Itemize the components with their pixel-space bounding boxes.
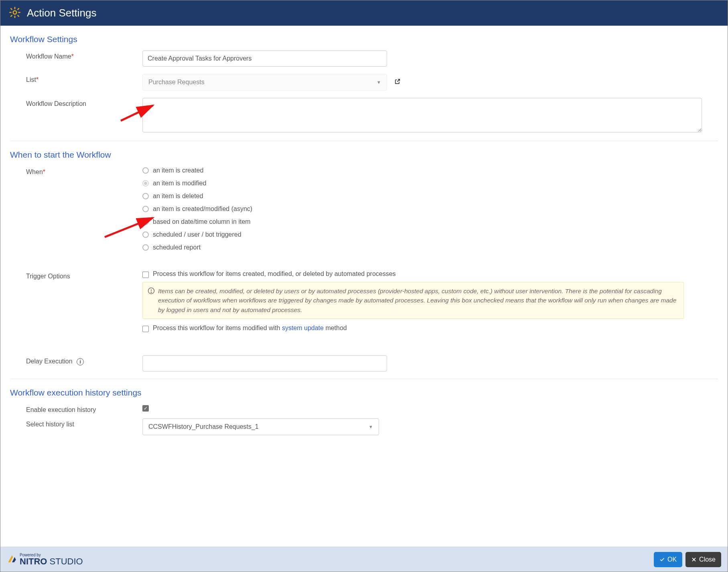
dialog-body: Workflow Settings Workflow Name* List* P… [0,26,728,480]
radio-icon [142,167,149,174]
when-radio-3[interactable]: an item is created/modified (async) [142,205,718,213]
chevron-down-icon: ▼ [377,80,381,85]
radio-label: scheduled / user / bot triggered [153,231,241,238]
radio-icon [142,231,149,238]
chevron-down-icon: ▼ [369,424,373,429]
info-icon[interactable]: i [77,358,84,365]
warning-text: Items can be created, modified, or delet… [158,286,679,314]
when-radio-list: an item is createdan item is modifiedan … [142,166,718,251]
system-update-link[interactable]: system update [282,325,324,331]
radio-icon [142,244,149,251]
workflow-description-textarea[interactable] [142,98,702,132]
brand-logo-icon [7,554,17,565]
radio-icon [142,180,149,187]
when-radio-2[interactable]: an item is deleted [142,193,718,200]
label-when: When* [10,166,142,176]
workflow-name-input[interactable] [142,51,387,67]
when-radio-5[interactable]: scheduled / user / bot triggered [142,231,718,238]
history-list-select[interactable]: CCSWFHistory_Purchase Requests_1 ▼ [142,418,379,435]
label-select-history-list: Select history list [10,418,142,428]
dialog-header: Action Settings [0,0,728,26]
list-select[interactable]: Purchase Requests ▼ [142,74,387,91]
dialog-title: Action Settings [27,7,96,19]
radio-label: based on date/time column in item [153,218,251,225]
process-automated-label: Process this workflow for items created,… [153,270,396,278]
label-delay-execution: Delay Execution i [10,355,142,365]
when-radio-1[interactable]: an item is modified [142,180,718,187]
radio-label: scheduled report [153,244,201,251]
process-system-update-checkbox[interactable] [142,326,149,332]
label-enable-history: Enable execution history [10,404,142,414]
brand-name: NITRO STUDIO [20,557,83,566]
label-workflow-description: Workflow Description [10,98,142,108]
process-automated-checkbox[interactable] [142,272,149,278]
when-radio-6[interactable]: scheduled report [142,244,718,251]
label-list: List* [10,74,142,83]
when-radio-0[interactable]: an item is created [142,167,718,174]
divider [10,379,718,379]
radio-label: an item is created/modified (async) [153,205,252,213]
enable-history-checkbox[interactable]: ✓ [142,405,149,412]
external-link-icon[interactable] [394,78,401,86]
when-radio-4[interactable]: based on date/time column in item [142,218,718,225]
label-trigger-options: Trigger Options [10,270,142,280]
radio-label: an item is created [153,167,203,174]
section-title-history: Workflow execution history settings [10,388,718,398]
gear-icon [8,6,21,20]
delay-execution-input[interactable] [142,355,387,371]
radio-icon [142,219,149,225]
section-title-start: When to start the Workflow [10,150,718,160]
radio-label: an item is deleted [153,193,203,200]
label-workflow-name: Workflow Name* [10,51,142,60]
warning-icon [148,287,155,314]
close-button[interactable]: Close [685,552,721,567]
process-system-update-label: Process this workflow for items modified… [153,325,347,332]
radio-icon [142,206,149,212]
action-settings-dialog: Action Settings Workflow Settings Workfl… [0,0,728,572]
radio-icon [142,193,149,199]
svg-point-3 [151,292,152,293]
brand: Powered by NITRO STUDIO [7,553,83,566]
section-title-workflow: Workflow Settings [10,34,718,44]
svg-point-0 [13,11,17,14]
warning-box: Items can be created, modified, or delet… [142,282,684,319]
radio-label: an item is modified [153,180,206,187]
dialog-footer: Powered by NITRO STUDIO OK Close [0,547,728,572]
ok-button[interactable]: OK [654,552,682,567]
divider [10,141,718,141]
